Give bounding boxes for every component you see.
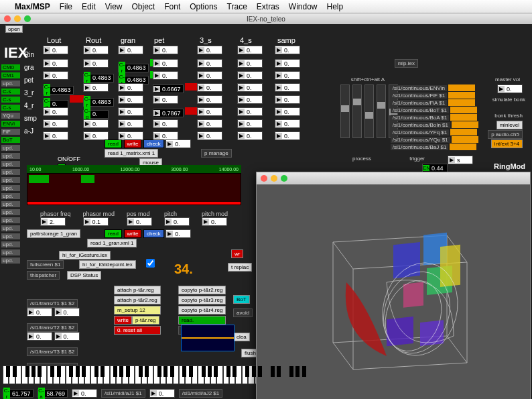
trig-s[interactable]: ▶s (448, 156, 473, 164)
numbox-4-1[interactable]: ▶0. (197, 59, 222, 68)
side-upd5[interactable]: upd. (1, 169, 20, 175)
side-upd[interactable]: upd. (1, 80, 20, 87)
read-gran[interactable]: read 1_gran.xml 1 (87, 239, 137, 247)
read2[interactable]: read (105, 229, 122, 238)
rwc-num[interactable]: ▶0. (165, 139, 191, 148)
side-upd8[interactable]: upd. (1, 193, 20, 199)
numbox-0-5[interactable]: ▶0. (43, 107, 68, 116)
num-pitch-mod[interactable]: ▶0. (202, 217, 227, 226)
midi1[interactable]: /sl1/midi/aJ1 $1 (101, 389, 145, 398)
jitter-close[interactable] (261, 175, 267, 182)
numbox-6-6[interactable]: ▶0. (275, 119, 300, 128)
midi2[interactable]: /sl1/midi/aJ2 $1 (179, 389, 223, 398)
hi-gesture[interactable]: hi_for_iGesture.iex (59, 251, 111, 260)
numbox-5-0[interactable]: ▶0. (237, 46, 263, 54)
side-upd4[interactable]: upd. (1, 161, 20, 167)
check-button[interactable]: check (143, 139, 164, 148)
numbox-0-6[interactable]: ▶0. (43, 119, 68, 128)
numbox-5-1[interactable]: ▶0. (237, 59, 263, 68)
copy2[interactable]: copyto p-t&r3.reg (178, 296, 226, 304)
side-upd6[interactable]: upd. (1, 177, 20, 183)
ptrreg[interactable]: p-t&r.reg (132, 316, 159, 325)
msetup[interactable]: m_setup 12 (114, 306, 161, 315)
audio-ch[interactable]: p audio-ch5 (488, 130, 523, 139)
fader-1[interactable] (340, 84, 350, 138)
foot-n2[interactable]: ▶0. (149, 389, 175, 398)
numbox-6-2[interactable]: ▶0. (275, 71, 300, 80)
patcher-canvas[interactable]: open IEX Lout Rout gran pet 3_s 4_s samp… (0, 24, 532, 399)
path-bar-6[interactable] (450, 129, 477, 135)
menu-font[interactable]: Font (164, 2, 180, 11)
side-upd15[interactable]: upd. (1, 249, 20, 255)
side-upd11[interactable]: upd. (1, 217, 20, 223)
foot-ca[interactable]: C-a58.769 (38, 389, 68, 398)
fader-3[interactable] (364, 84, 374, 138)
numbox-0-1[interactable]: ▶0. (43, 59, 68, 68)
numbox-4-3[interactable]: ▶0. (197, 83, 222, 92)
bar-0-4[interactable] (70, 95, 84, 103)
jitter-titlebar[interactable] (257, 172, 530, 184)
side-upd16[interactable]: upd. (1, 258, 20, 264)
attach2[interactable]: attach p-t&r2.reg (114, 296, 161, 304)
numbox-0-3[interactable]: C-r0.4863 (43, 86, 74, 95)
side-cs1[interactable]: C-s (1, 89, 20, 95)
trans3[interactable]: /sl1/trans/T3 $1 $2 (27, 347, 78, 356)
num-pitch[interactable]: ▶0. (164, 217, 190, 226)
numbox-6-5[interactable]: ▶0. (275, 107, 300, 116)
numbox-6-7[interactable]: ▶0. (275, 131, 300, 140)
numbox-4-4[interactable]: ▶0. (197, 95, 222, 104)
path-bar-8[interactable] (450, 144, 476, 150)
side-upd7[interactable]: upd. (1, 185, 20, 191)
big-number[interactable]: 34. (174, 262, 193, 277)
treplace[interactable]: t replac (228, 263, 252, 272)
master-vol-num[interactable]: ▶0. (497, 84, 523, 93)
side-cs2[interactable]: C-s (1, 97, 20, 103)
write2[interactable]: write (124, 229, 142, 238)
numbox-2-5[interactable]: ▶0. (118, 107, 143, 116)
menu-object[interactable]: Object (132, 2, 155, 11)
dsp-status[interactable]: DSP Status (67, 271, 101, 280)
numbox-3-0[interactable]: ▶0. (153, 46, 178, 54)
bot-btn[interactable]: BoT (233, 295, 250, 304)
numbox-6-3[interactable]: ▶0. (275, 83, 300, 92)
numbox-3-4[interactable]: ▶0. (153, 95, 178, 104)
num-phasor-freq[interactable]: ▶2. (40, 217, 66, 226)
path-bar-0[interactable] (448, 84, 475, 91)
foot-n1[interactable]: ▶0. (72, 389, 97, 398)
menu-view[interactable]: View (105, 2, 123, 11)
write3[interactable]: write (114, 316, 132, 325)
wr-btn[interactable]: wr (231, 249, 243, 258)
path-bar-7[interactable] (452, 136, 478, 143)
trans1-n2[interactable]: ▶0. (54, 308, 80, 317)
numbox-3-6[interactable]: ▶0. (153, 119, 178, 128)
hi-glide[interactable]: hi_for_iGlidepoint.iex (79, 260, 136, 269)
path-bar-4[interactable] (450, 114, 477, 121)
menu-file[interactable]: File (60, 2, 72, 11)
numbox-4-0[interactable]: ▶0. (197, 46, 222, 54)
path-2[interactable]: /sl1/continuous/FiA $1 (391, 100, 447, 106)
numbox-5-2[interactable]: ▶0. (237, 71, 263, 80)
path-bar-1[interactable] (448, 92, 475, 99)
numbox-1-3[interactable]: ▶0. (83, 83, 109, 92)
side-upd13[interactable]: upd. (1, 233, 20, 239)
numbox-4-6[interactable]: ▶0. (197, 119, 222, 128)
numbox-1-5[interactable]: C-g0. (83, 110, 109, 119)
path-6[interactable]: /sl1/continuous/YFq $1 (391, 129, 449, 135)
attach1[interactable]: attach p-t&r.reg (114, 286, 161, 294)
minlevel[interactable]: minlevel (496, 121, 523, 129)
path-0[interactable]: /sl1/continuous/ENVin (391, 85, 447, 91)
side-envi[interactable]: ENVi (1, 121, 20, 127)
path-3[interactable]: /sl1/continuous/BoT $1 (391, 107, 449, 113)
side-yqu[interactable]: YQu (1, 113, 20, 119)
trans1[interactable]: /sl1/trans/T1 $1 $2 (27, 299, 78, 308)
menu-help[interactable]: Help (327, 2, 344, 11)
readg[interactable]: read. (178, 316, 226, 325)
read-button[interactable]: read (105, 139, 122, 148)
check2[interactable]: check (143, 229, 164, 238)
numbox-3-1[interactable]: ▶0. (153, 59, 178, 68)
menu-trace[interactable]: Trace (227, 2, 247, 11)
minimize-button[interactable] (14, 15, 21, 22)
avoid[interactable]: avoid (233, 308, 253, 317)
numbox-3-2[interactable]: ▶0. (153, 71, 178, 80)
jitter-window[interactable] (256, 172, 531, 399)
